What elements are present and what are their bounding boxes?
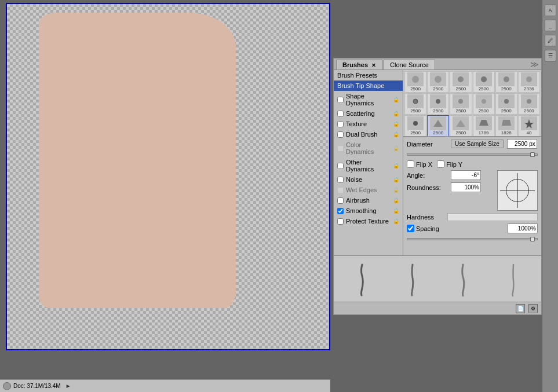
- roundness-row: Roundness:: [407, 182, 493, 192]
- smoothing-checkbox[interactable]: [337, 208, 344, 214]
- brush-thumb-16: [476, 116, 492, 130]
- flip-y-checkbox[interactable]: [437, 160, 444, 168]
- brush-cell-12[interactable]: 2500: [518, 93, 540, 115]
- brush-thumb-10: [476, 94, 492, 108]
- texture-checkbox[interactable]: [337, 121, 344, 127]
- scattering-checkbox[interactable]: [337, 111, 344, 117]
- smoothing-lock-icon: 🔒: [393, 208, 399, 214]
- flip-x-label[interactable]: Flip X: [407, 160, 432, 168]
- scattering-item[interactable]: Scattering 🔒: [334, 108, 403, 119]
- airbrush-checkbox[interactable]: [337, 197, 344, 204]
- shape-dynamics-checkbox[interactable]: [337, 97, 344, 103]
- hardness-label: Hardness: [407, 214, 447, 221]
- stroke-preview-4: [499, 262, 528, 296]
- toolbar-icon-4[interactable]: ☰: [545, 50, 556, 61]
- noise-item[interactable]: Noise 🔒: [334, 174, 403, 185]
- spacing-checkbox-label[interactable]: Spacing: [407, 225, 439, 232]
- brush-list-column: Brush Presets Brush Tip Shape Shape Dyna…: [334, 70, 403, 255]
- svg-point-4: [504, 76, 509, 82]
- brush-thumb-17: [498, 116, 515, 130]
- brush-cell-3[interactable]: 2500: [450, 71, 472, 93]
- brush-cell-4[interactable]: 2500: [473, 71, 495, 93]
- status-bar: Doc: 37.1M/13.4M ►: [0, 379, 336, 392]
- protect-texture-checkbox[interactable]: [337, 218, 344, 225]
- color-dynamics-lock-icon: 🔒: [393, 145, 399, 151]
- stroke-svg-3: [451, 262, 475, 296]
- brush-cell-14[interactable]: 2500: [427, 115, 449, 137]
- brush-thumb-11: [498, 94, 515, 108]
- angle-input[interactable]: [451, 170, 481, 180]
- brush-cell-13[interactable]: 2500: [404, 115, 426, 137]
- protect-texture-item[interactable]: Protect Texture 🔒: [334, 216, 403, 226]
- hardness-bar[interactable]: [447, 213, 538, 221]
- brush-thumb-15: [453, 116, 469, 130]
- flip-x-checkbox[interactable]: [407, 160, 414, 168]
- diameter-input[interactable]: [507, 139, 537, 149]
- brush-cell-5[interactable]: 2500: [495, 71, 517, 93]
- footer-settings-icon[interactable]: ⚙: [528, 304, 538, 313]
- brush-thumb-18: [521, 116, 537, 130]
- brush-thumb-6: [521, 72, 537, 86]
- status-indicator: [3, 382, 11, 390]
- brush-cell-2[interactable]: 2500: [427, 71, 449, 93]
- texture-item[interactable]: Texture 🔒: [334, 119, 403, 129]
- tab-brushes-close[interactable]: ✕: [371, 63, 376, 68]
- flip-y-label[interactable]: Flip Y: [437, 160, 462, 168]
- brush-thumb-14: [430, 116, 446, 130]
- status-arrow-icon[interactable]: ►: [65, 383, 71, 389]
- panel-tabs: Brushes ✕ Clone Source ≫: [334, 58, 541, 70]
- toolbar-icon-2[interactable]: ⎯: [545, 20, 556, 31]
- smoothing-item[interactable]: Smoothing 🔒: [334, 206, 403, 216]
- other-dynamics-item[interactable]: Other Dynamics 🔒: [334, 157, 403, 174]
- color-dynamics-checkbox: [337, 145, 344, 152]
- stroke-preview-3: [448, 262, 477, 296]
- brush-grid-inner: 2500 2500 2500 2500: [404, 71, 540, 137]
- brush-cell-11[interactable]: 2500: [495, 93, 517, 115]
- use-sample-size-button[interactable]: Use Sample Size: [451, 140, 504, 148]
- brush-presets-item[interactable]: Brush Presets: [334, 70, 403, 80]
- svg-marker-15: [479, 120, 488, 126]
- diameter-thumb[interactable]: [530, 152, 535, 157]
- toolbar-icon-3[interactable]: 🖉: [545, 35, 556, 46]
- stroke-preview-2: [398, 262, 427, 296]
- brush-cell-7[interactable]: 2500: [404, 93, 426, 115]
- brush-tip-shape-item[interactable]: Brush Tip Shape: [334, 80, 403, 91]
- shape-dynamics-item[interactable]: Shape Dynamics 🔒: [334, 91, 403, 108]
- spacing-checkbox[interactable]: [407, 225, 414, 232]
- spacing-input[interactable]: [508, 224, 538, 233]
- brush-cell-9[interactable]: 2500: [450, 93, 472, 115]
- diameter-track[interactable]: [407, 153, 538, 156]
- brush-thumb-7: [407, 94, 424, 108]
- noise-checkbox[interactable]: [337, 177, 344, 183]
- brush-cell-6[interactable]: 2336: [518, 71, 540, 93]
- brush-cell-18[interactable]: 40: [518, 115, 540, 137]
- spacing-track[interactable]: [407, 238, 538, 240]
- roundness-input[interactable]: [451, 182, 481, 192]
- other-dynamics-checkbox[interactable]: [337, 163, 344, 169]
- brush-cell-16[interactable]: 1789: [473, 115, 495, 137]
- dual-brush-item[interactable]: Dual Brush 🔒: [334, 129, 403, 140]
- brush-cell-1[interactable]: 2500: [404, 71, 426, 93]
- diameter-slider[interactable]: [407, 152, 538, 157]
- spacing-thumb[interactable]: [530, 237, 535, 241]
- brush-thumb-1: [407, 72, 424, 86]
- brush-cell-17[interactable]: 1828: [495, 115, 517, 137]
- dual-brush-checkbox[interactable]: [337, 131, 344, 138]
- tab-brushes[interactable]: Brushes ✕: [336, 60, 382, 69]
- tab-clone-source[interactable]: Clone Source: [384, 60, 435, 69]
- svg-marker-17: [524, 119, 534, 128]
- brush-cell-10[interactable]: 2500: [473, 93, 495, 115]
- wet-edges-checkbox: [337, 187, 344, 193]
- other-dynamics-lock-icon: 🔒: [393, 163, 399, 168]
- svg-marker-14: [456, 120, 465, 127]
- panel-drag-handle[interactable]: ≫: [530, 60, 539, 69]
- spacing-slider[interactable]: [407, 237, 538, 241]
- brush-cell-15[interactable]: 2500: [450, 115, 472, 137]
- crosshair-circle: [506, 179, 529, 202]
- brush-thumbnail-grid[interactable]: 2500 2500 2500 2500: [403, 70, 541, 137]
- brush-cell-8[interactable]: 2500: [427, 93, 449, 115]
- panel-footer: 📄 ⚙: [334, 302, 541, 314]
- airbrush-item[interactable]: Airbrush 🔒: [334, 195, 403, 206]
- toolbar-icon-1[interactable]: A: [545, 5, 556, 16]
- footer-page-icon[interactable]: 📄: [516, 304, 525, 313]
